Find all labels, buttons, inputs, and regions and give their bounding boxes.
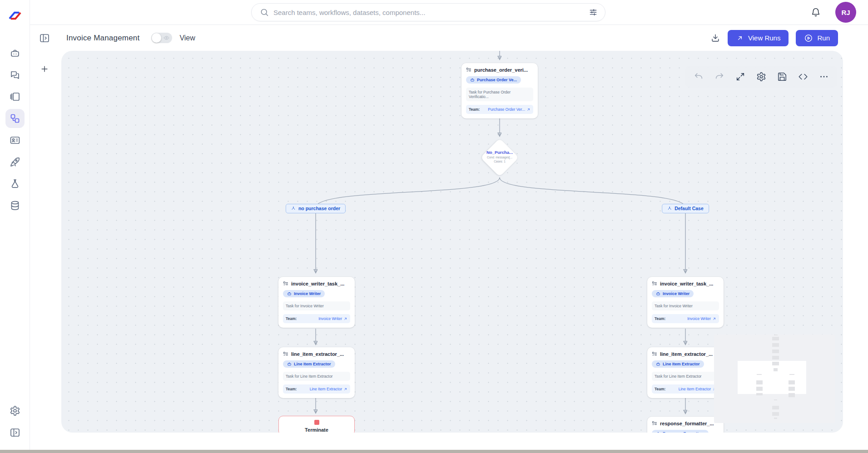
minimap-node-block bbox=[772, 406, 779, 409]
fit-view-button[interactable] bbox=[735, 72, 745, 82]
undo-button[interactable] bbox=[694, 72, 704, 82]
list-todo-icon bbox=[652, 281, 657, 286]
minimap-node-block bbox=[789, 374, 794, 375]
agent-badge[interactable]: Line Item Extractor bbox=[283, 360, 335, 368]
bot-icon bbox=[656, 362, 660, 366]
node-title: line_item_extractor_... bbox=[291, 351, 344, 357]
branch-icon bbox=[291, 206, 296, 211]
node-title: line_item_extractor_... bbox=[660, 351, 713, 357]
agent-badge[interactable]: Invoice Writer bbox=[652, 290, 694, 297]
sidebar-item-agents[interactable] bbox=[5, 44, 25, 63]
team-link-label: Invoice Writer bbox=[318, 316, 342, 321]
horizontal-scrollbar[interactable] bbox=[0, 450, 868, 453]
undo-icon bbox=[694, 72, 704, 82]
canvas-minimap[interactable] bbox=[714, 335, 835, 423]
agent-badge[interactable]: Line Item Extractor bbox=[652, 360, 704, 368]
topbar: RJ bbox=[30, 0, 868, 25]
bell-icon bbox=[811, 7, 821, 17]
gear-icon bbox=[10, 405, 20, 416]
team-link-label: Line Item Extractor bbox=[679, 387, 711, 391]
more-options-button[interactable] bbox=[819, 72, 829, 82]
node-description: Task for Line Item Extractor bbox=[283, 372, 350, 381]
sidebar-item-chat[interactable] bbox=[5, 65, 25, 84]
workflow-icon bbox=[10, 113, 20, 124]
sidebar-collapse-toggle[interactable] bbox=[5, 423, 25, 442]
workflow-canvas[interactable]: purchase_order_veri... Purchase Order Ve… bbox=[61, 51, 843, 433]
team-link[interactable]: Line Item Extractor bbox=[310, 387, 347, 391]
minimap-node-block bbox=[774, 335, 778, 335]
sidebar-item-launch[interactable] bbox=[5, 153, 25, 172]
view-mode-toggle[interactable] bbox=[151, 33, 172, 43]
play-circle-icon bbox=[804, 34, 813, 43]
sidebar-item-workflows[interactable] bbox=[5, 109, 25, 128]
notifications-button[interactable] bbox=[811, 7, 821, 17]
node-response-formatter[interactable]: response_formatter_... Response Formatte… bbox=[647, 417, 724, 433]
view-runs-label: View Runs bbox=[748, 34, 780, 42]
filter-sliders-icon[interactable] bbox=[589, 8, 598, 17]
node-line-item-extractor-right[interactable]: line_item_extractor_... Line Item Extrac… bbox=[647, 347, 724, 398]
node-invoice-writer-right[interactable]: invoice_writer_task_... Invoice Writer T… bbox=[647, 277, 724, 328]
node-team-row: Team: Invoice Writer bbox=[652, 314, 719, 323]
minimap-node-block bbox=[774, 368, 778, 371]
condition-text: No_Purcha... Cond: messages[... Cases: 1 bbox=[479, 150, 520, 163]
team-link[interactable]: Line Item Extractor bbox=[679, 387, 716, 391]
list-todo-icon bbox=[652, 351, 657, 357]
branch-label-text: no purchase order bbox=[298, 206, 340, 211]
branch-label-no-purchase-order[interactable]: no purchase order bbox=[286, 204, 346, 213]
node-purchase-order-task[interactable]: purchase_order_veri... Purchase Order Ve… bbox=[461, 63, 538, 118]
node-line-item-extractor-left[interactable]: line_item_extractor_... Line Item Extrac… bbox=[278, 347, 355, 398]
minimap-node-block bbox=[789, 387, 795, 391]
code-view-button[interactable] bbox=[798, 72, 808, 82]
agent-badge[interactable]: Purchase Order Ve... bbox=[466, 76, 521, 84]
canvas-panel-toggle[interactable] bbox=[39, 33, 50, 44]
external-link-icon bbox=[526, 108, 531, 112]
sidebar-item-data[interactable] bbox=[5, 196, 25, 215]
team-link[interactable]: Invoice Writer bbox=[318, 316, 347, 321]
node-invoice-writer-left[interactable]: invoice_writer_task_... Invoice Writer T… bbox=[278, 277, 355, 328]
node-team-row: Team: Invoice Writer bbox=[283, 314, 350, 323]
download-button[interactable] bbox=[710, 33, 720, 43]
run-button[interactable]: Run bbox=[796, 30, 838, 46]
team-link[interactable]: Purchase Order Ver... bbox=[488, 107, 531, 112]
agent-badge[interactable]: Response Formatte... bbox=[652, 430, 709, 433]
minimap-node-block bbox=[772, 362, 779, 365]
node-title: purchase_order_veri... bbox=[474, 67, 528, 73]
sidebar-item-labs[interactable] bbox=[5, 174, 25, 193]
sidebar-item-contacts[interactable] bbox=[5, 131, 25, 150]
external-link-icon bbox=[712, 317, 716, 321]
team-link[interactable]: Invoice Writer bbox=[687, 316, 716, 321]
condition-cases: Cases: 1 bbox=[479, 160, 520, 163]
minimap-node-block bbox=[774, 418, 777, 419]
terminate-label: Terminate bbox=[279, 427, 354, 433]
save-button[interactable] bbox=[777, 72, 787, 82]
list-todo-icon bbox=[466, 67, 471, 73]
branch-label-text: Default Case bbox=[675, 206, 704, 211]
page-header: Invoice Management View View Runs Run bbox=[30, 25, 868, 51]
minimap-viewport[interactable] bbox=[738, 361, 806, 394]
view-runs-button[interactable]: View Runs bbox=[728, 30, 789, 46]
sidebar-item-apps[interactable] bbox=[5, 87, 25, 106]
scrollbar-thumb[interactable] bbox=[0, 450, 868, 453]
terminate-stop-icon bbox=[314, 420, 319, 425]
global-search[interactable] bbox=[251, 3, 605, 21]
columns-icon bbox=[10, 91, 20, 102]
branch-label-default-case[interactable]: Default Case bbox=[662, 204, 709, 213]
agent-badge[interactable]: Invoice Writer bbox=[283, 290, 325, 297]
sidebar-item-settings[interactable] bbox=[5, 401, 25, 420]
search-input[interactable] bbox=[273, 9, 589, 16]
app-window: RJ Invoice Management View View Runs Run bbox=[0, 0, 868, 453]
node-title: response_formatter_... bbox=[660, 421, 714, 426]
plus-icon bbox=[40, 64, 49, 74]
team-link-label: Line Item Extractor bbox=[310, 387, 342, 391]
app-logo-icon[interactable] bbox=[7, 7, 23, 24]
canvas-settings-button[interactable] bbox=[756, 72, 766, 82]
gear-icon bbox=[756, 72, 766, 82]
node-terminate[interactable]: Terminate bbox=[278, 416, 355, 433]
database-icon bbox=[10, 200, 20, 211]
node-description: Task for Line Item Extractor bbox=[652, 372, 719, 381]
minimap-node-block bbox=[772, 337, 779, 340]
redo-button[interactable] bbox=[714, 72, 724, 82]
team-label: Team: bbox=[469, 107, 480, 112]
add-node-button[interactable] bbox=[40, 64, 61, 74]
avatar[interactable]: RJ bbox=[835, 2, 856, 23]
